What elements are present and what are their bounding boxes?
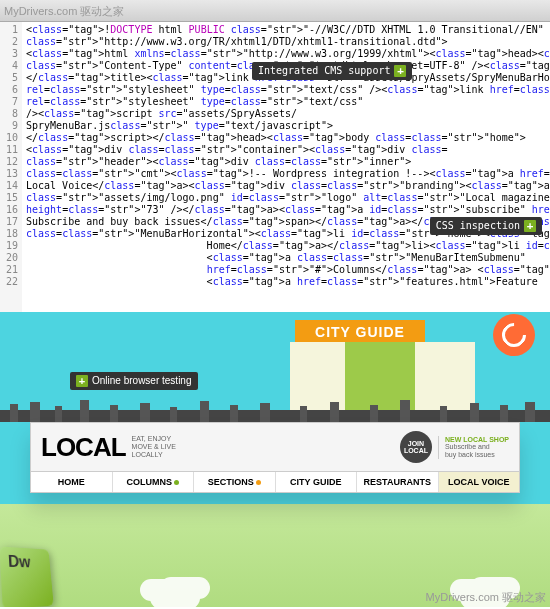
watermark-bottom: MyDrivers.com 驱动之家 — [426, 590, 546, 605]
svg-rect-11 — [300, 406, 307, 422]
svg-rect-13 — [370, 405, 378, 422]
watermark-top: MyDrivers.com 驱动之家 — [4, 4, 124, 19]
shop-title: NEW LOCAL SHOP — [445, 436, 509, 443]
svg-rect-6 — [140, 403, 150, 422]
svg-rect-1 — [10, 404, 18, 422]
website-mockup: LOCAL EAT, ENJOYMOVE & LIVELOCALLY JOIN … — [30, 422, 520, 493]
site-tagline: EAT, ENJOYMOVE & LIVELOCALLY — [132, 435, 176, 459]
svg-rect-17 — [500, 405, 508, 422]
code-editor[interactable]: 12345678910111213141516171819202122 <cla… — [0, 22, 550, 312]
site-nav: HOMECOLUMNSSECTIONSCITY GUIDERESTAURANTS… — [31, 471, 519, 492]
svg-rect-8 — [200, 401, 209, 422]
plus-icon: + — [524, 220, 536, 232]
plus-icon: + — [394, 65, 406, 77]
svg-rect-16 — [470, 403, 479, 422]
callout-label: CSS inspection — [436, 220, 520, 231]
line-numbers: 12345678910111213141516171819202122 — [0, 22, 22, 312]
plus-icon: + — [76, 375, 88, 387]
callout-css[interactable]: CSS inspection+ — [430, 217, 542, 235]
svg-rect-7 — [170, 407, 177, 422]
svg-rect-9 — [230, 405, 238, 422]
svg-rect-4 — [80, 400, 89, 422]
refresh-icon[interactable] — [493, 314, 535, 356]
callout-label: Integrated CMS support — [258, 65, 390, 76]
callout-browser[interactable]: +Online browser testing — [70, 372, 198, 390]
badge-line2: LOCAL — [400, 447, 432, 454]
nav-city-guide[interactable]: CITY GUIDE — [276, 472, 358, 492]
preview-panel: +Online browser testing CITY GUIDE LOCAL… — [0, 312, 550, 607]
badge-line1: JOIN — [400, 440, 432, 447]
nav-sections[interactable]: SECTIONS — [194, 472, 276, 492]
shop-promo[interactable]: NEW LOCAL SHOP Subscribe andbuy back iss… — [438, 436, 509, 459]
nav-home[interactable]: HOME — [31, 472, 113, 492]
svg-rect-5 — [110, 405, 118, 422]
svg-rect-3 — [55, 406, 62, 422]
svg-rect-15 — [440, 406, 447, 422]
nav-local-voice[interactable]: LOCAL VOICE — [439, 472, 520, 492]
nav-restaurants[interactable]: RESTAURANTS — [357, 472, 439, 492]
callout-cms[interactable]: Integrated CMS support+ — [252, 62, 412, 80]
svg-rect-14 — [400, 400, 410, 422]
svg-rect-12 — [330, 402, 339, 422]
skyline-graphic — [0, 400, 550, 422]
svg-rect-2 — [30, 402, 40, 422]
shop-sub: Subscribe andbuy back issues — [445, 443, 509, 459]
svg-rect-18 — [525, 402, 535, 422]
site-logo[interactable]: LOCAL — [41, 432, 126, 463]
svg-rect-10 — [260, 403, 270, 422]
nav-columns[interactable]: COLUMNS — [113, 472, 195, 492]
dreamweaver-icon — [0, 546, 54, 607]
join-local-badge[interactable]: JOIN LOCAL — [400, 431, 432, 463]
site-header: LOCAL EAT, ENJOYMOVE & LIVELOCALLY JOIN … — [31, 423, 519, 471]
callout-label: Online browser testing — [92, 375, 192, 386]
